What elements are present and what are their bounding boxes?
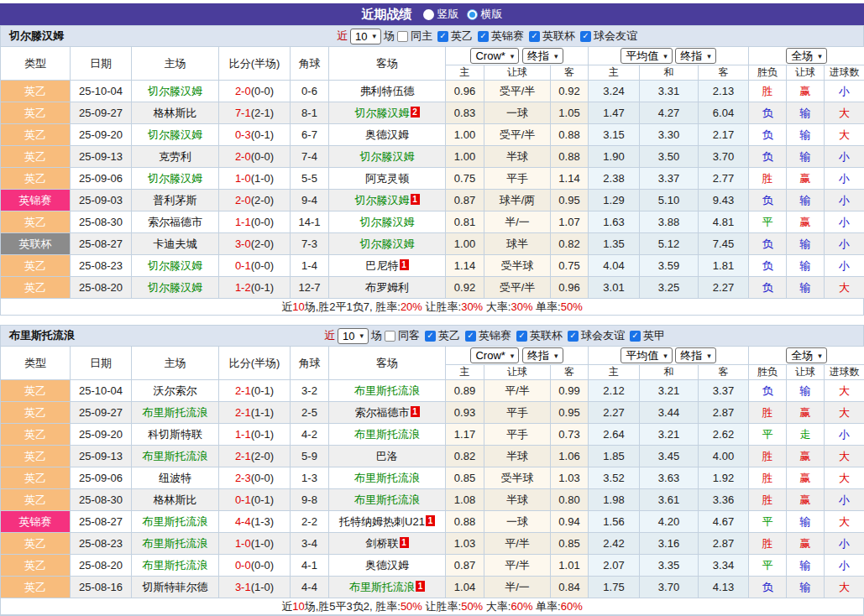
odds-company-select[interactable]: Crow*▾ xyxy=(470,48,519,64)
average-time-select[interactable]: 终指▾ xyxy=(675,48,716,64)
avg-away-odds: 2.13 xyxy=(699,81,749,102)
league-label[interactable]: 球会友谊 xyxy=(594,29,637,44)
unit-label: 场 xyxy=(371,328,382,343)
league-label[interactable]: 英锦赛 xyxy=(491,29,524,44)
chevron-down-icon: ▾ xyxy=(359,331,364,340)
competition-type-badge: 英乙 xyxy=(1,81,71,102)
scope-select[interactable]: 全场▾ xyxy=(786,347,827,363)
league-checkbox[interactable]: ✓ xyxy=(437,31,448,42)
match-date: 25-08-23 xyxy=(71,255,132,277)
league-checkbox[interactable]: ✓ xyxy=(568,331,579,342)
league-checkbox[interactable]: ✓ xyxy=(425,331,436,342)
col-avg-home: 主 xyxy=(589,365,640,380)
halftime-score: (1-0) xyxy=(251,172,274,185)
league-label[interactable]: 英甲 xyxy=(643,328,665,343)
goals-result-cell: 大 xyxy=(825,511,864,533)
handicap-line: 平/半 xyxy=(484,380,551,402)
scope-select[interactable]: 全场▾ xyxy=(786,48,827,64)
handicap-result-cell: 赢 xyxy=(787,81,825,102)
summary-segment: 场,胜2平1负7, 胜率: xyxy=(305,300,401,313)
avg-away-odds: 3.37 xyxy=(699,380,749,402)
avg-home-odds: 4.04 xyxy=(589,255,640,277)
avg-draw-odds: 3.88 xyxy=(640,211,699,233)
league-checkbox[interactable]: ✓ xyxy=(465,331,476,342)
avg-draw-odds: 3.31 xyxy=(640,81,699,102)
competition-type-badge: 英乙 xyxy=(1,146,71,168)
away-team-cell: 布里斯托流浪 xyxy=(329,467,446,489)
handicap-result-cell: 赢 xyxy=(787,168,825,190)
match-row: 英乙25-08-20布里斯托流浪0-0(0-0)4-1奥德汉姆0.87平/半1.… xyxy=(1,555,864,577)
home-team-name: 布里斯托流浪 xyxy=(143,537,208,550)
corner-count: 3-2 xyxy=(291,380,329,402)
handicap-result-cell: 输 xyxy=(787,146,825,168)
goals-result-cell: 小 xyxy=(825,424,864,446)
layout-radio-vertical[interactable]: 竖版 xyxy=(423,7,459,22)
corner-count: 4-1 xyxy=(291,555,329,577)
halftime-score: (0-1) xyxy=(251,493,274,506)
average-select[interactable]: 平均值▾ xyxy=(621,48,673,64)
away-team-name: 切尔滕汉姆 xyxy=(360,238,415,250)
home-team-cell: 沃尔索尔 xyxy=(132,380,219,402)
match-date: 25-10-04 xyxy=(71,81,132,102)
odds-company-select[interactable]: Crow*▾ xyxy=(470,347,519,363)
league-label[interactable]: 球会友谊 xyxy=(581,328,625,343)
league-checkbox[interactable]: ✓ xyxy=(529,31,540,42)
away-odds: 0.92 xyxy=(551,81,589,102)
avg-home-odds: 2.64 xyxy=(589,424,640,446)
score-cell: 0-1(0-0) xyxy=(219,255,291,277)
match-count-select[interactable]: 10▾ xyxy=(350,29,381,44)
halftime-score: (1-1) xyxy=(251,406,274,419)
league-label[interactable]: 英联杯 xyxy=(530,328,563,343)
handicap-line: 受平/半 xyxy=(484,277,551,299)
near-label: 近 xyxy=(324,328,335,343)
radio-horizontal-icon[interactable] xyxy=(467,9,478,20)
odds-time-select[interactable]: 终指▾ xyxy=(522,347,563,363)
league-label[interactable]: 英乙 xyxy=(438,328,460,343)
match-row: 英乙25-09-06纽波特2-3(0-0)1-3布里斯托流浪0.85受半球1.0… xyxy=(1,467,864,489)
fulltime-score: 1-0 xyxy=(235,172,251,185)
average-time-select[interactable]: 终指▾ xyxy=(675,347,716,363)
same-side-label[interactable]: 同主 xyxy=(411,29,432,44)
odds-time-select[interactable]: 终指▾ xyxy=(522,48,563,64)
avg-away-odds: 1.81 xyxy=(699,255,749,277)
same-side-checkbox[interactable] xyxy=(397,31,408,42)
match-count-select[interactable]: 10▾ xyxy=(338,328,369,344)
avg-home-odds: 1.56 xyxy=(589,511,640,533)
avg-away-odds: 4.00 xyxy=(699,446,749,467)
league-label[interactable]: 英联杯 xyxy=(542,29,575,44)
layout-radio-horizontal[interactable]: 横版 xyxy=(467,7,503,22)
league-checkbox[interactable]: ✓ xyxy=(478,31,489,42)
summary-segment: 大率: xyxy=(483,300,511,313)
radio-horizontal-label[interactable]: 横版 xyxy=(481,7,503,22)
summary-segment: 30% xyxy=(461,300,483,313)
league-checkbox[interactable]: ✓ xyxy=(630,331,641,342)
same-side-label[interactable]: 同客 xyxy=(398,328,420,343)
league-label[interactable]: 英乙 xyxy=(451,29,473,44)
goals-result-cell: 小 xyxy=(825,533,864,555)
halftime-score: (0-1) xyxy=(251,281,274,294)
match-row: 英乙25-09-06切尔滕汉姆1-0(1-0)5-5阿克灵顿0.75平手1.14… xyxy=(1,168,864,190)
team-block-2: 布里斯托流浪 近10▾场同客✓英乙✓英锦赛✓英联杯✓球会友谊✓英甲 类型 日期 … xyxy=(0,325,864,615)
col-handicap-result: 让球 xyxy=(787,365,825,380)
away-team-name: 布里斯托流浪 xyxy=(354,428,420,441)
average-select[interactable]: 平均值▾ xyxy=(621,347,673,363)
home-team-cell: 切尔滕汉姆 xyxy=(132,255,219,277)
league-checkbox[interactable]: ✓ xyxy=(516,331,527,342)
result-cell: 负 xyxy=(749,190,787,211)
radio-vertical-icon[interactable] xyxy=(423,9,434,20)
same-side-checkbox[interactable] xyxy=(385,331,395,342)
league-checkbox[interactable]: ✓ xyxy=(580,31,591,42)
league-label[interactable]: 英锦赛 xyxy=(479,328,511,343)
summary-segment: 60% xyxy=(511,600,532,613)
summary-segment: 近 xyxy=(281,600,292,613)
home-team-name: 布里斯托流浪 xyxy=(143,559,208,572)
handicap-line: 半/一 xyxy=(484,577,551,598)
handicap-line: 半球 xyxy=(484,489,551,511)
corner-count: 4-2 xyxy=(291,424,329,446)
radio-vertical-label[interactable]: 竖版 xyxy=(437,7,459,22)
handicap-line: 球半/两 xyxy=(484,190,551,211)
result-cell: 负 xyxy=(749,577,787,598)
chevron-down-icon: ▾ xyxy=(511,352,515,360)
home-odds: 1.04 xyxy=(446,577,484,598)
home-odds: 0.87 xyxy=(446,190,484,211)
